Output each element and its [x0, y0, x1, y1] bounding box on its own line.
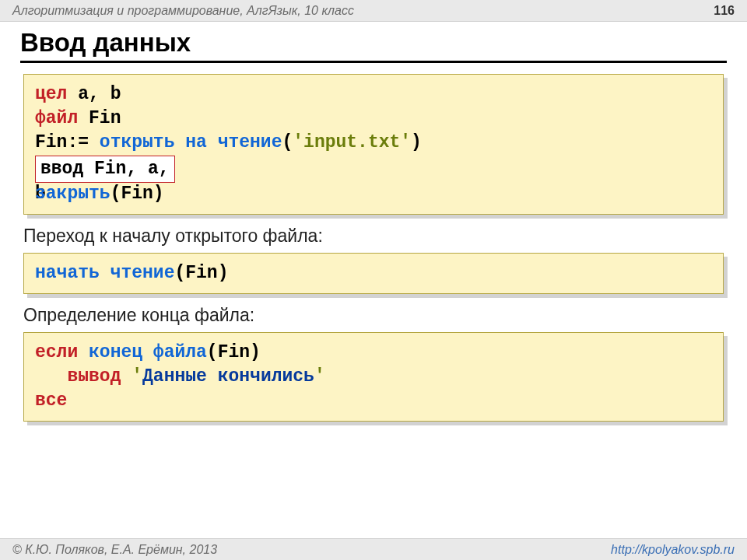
footer-url: http://kpolyakov.spb.ru	[611, 543, 735, 557]
code-block-2: начать чтение(Fin)	[23, 253, 724, 294]
page-number: 116	[714, 0, 735, 21]
footer-bar: © К.Ю. Поляков, Е.А. Ерёмин, 2013 http:/…	[0, 538, 747, 560]
code-line: b закрыть(Fin)	[35, 182, 712, 206]
code-line: Fin:= открыть на чтение('input.txt')	[35, 131, 712, 155]
code-line: цел a, b	[35, 82, 712, 107]
code-line: ввод Fin, a,	[35, 155, 712, 184]
code-line: вывод 'Данные кончились'	[35, 365, 712, 389]
copyright: © К.Ю. Поляков, Е.А. Ерёмин, 2013	[12, 543, 217, 557]
subheading-1: Переход к началу открытого файла:	[23, 226, 724, 247]
highlighted-code: ввод Fin, a,	[35, 156, 175, 183]
code-block-1: цел a, b файл Fin Fin:= открыть на чтени…	[23, 74, 724, 215]
subheading-2: Определение конца файла:	[23, 305, 724, 326]
code-line: все	[35, 389, 712, 413]
header-bar: Алгоритмизация и программирование, АлгЯз…	[0, 0, 747, 22]
page-title: Ввод данных	[20, 28, 727, 63]
code-line: если конец файла(Fin)	[35, 341, 712, 365]
title-row: Ввод данных	[0, 22, 747, 63]
header-left: Алгоритмизация и программирование, АлгЯз…	[12, 0, 354, 21]
code-line: файл Fin	[35, 107, 712, 131]
code-block-3: если конец файла(Fin) вывод 'Данные конч…	[23, 332, 724, 422]
